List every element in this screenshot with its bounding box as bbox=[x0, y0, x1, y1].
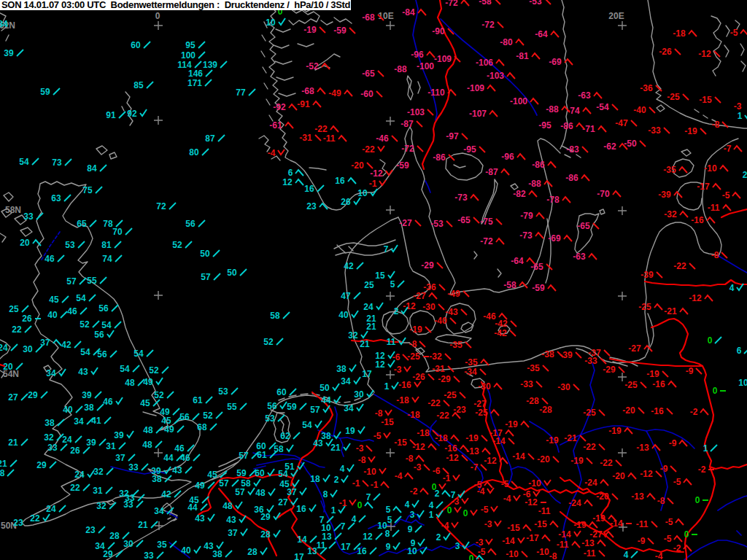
svg-text:32: 32 bbox=[93, 467, 104, 477]
svg-text:-95: -95 bbox=[463, 144, 476, 155]
svg-text:32: 32 bbox=[96, 501, 107, 511]
svg-text:100: 100 bbox=[181, 50, 196, 61]
svg-text:-59: -59 bbox=[396, 160, 409, 171]
svg-text:1: 1 bbox=[429, 510, 434, 520]
svg-text:-88: -88 bbox=[528, 179, 541, 189]
svg-text:37: 37 bbox=[115, 453, 125, 463]
svg-text:-22: -22 bbox=[427, 398, 441, 408]
svg-text:55: 55 bbox=[87, 276, 97, 286]
svg-text:85: 85 bbox=[133, 80, 144, 90]
svg-text:61: 61 bbox=[193, 395, 203, 405]
svg-text:-27: -27 bbox=[628, 343, 641, 354]
svg-text:-4: -4 bbox=[395, 471, 403, 481]
svg-text:24: 24 bbox=[74, 470, 85, 480]
svg-text:44: 44 bbox=[187, 502, 198, 513]
svg-text:41: 41 bbox=[91, 416, 101, 426]
svg-text:48: 48 bbox=[125, 378, 135, 388]
svg-text:-32: -32 bbox=[664, 209, 677, 219]
svg-text:57: 57 bbox=[201, 272, 211, 282]
svg-text:-60: -60 bbox=[360, 89, 374, 99]
svg-text:-53: -53 bbox=[529, 0, 542, 7]
svg-text:2: 2 bbox=[436, 532, 441, 542]
svg-text:7: 7 bbox=[366, 492, 371, 502]
svg-text:-38: -38 bbox=[541, 349, 554, 359]
svg-text:43: 43 bbox=[226, 515, 236, 525]
svg-text:-4: -4 bbox=[268, 148, 276, 158]
svg-text:10: 10 bbox=[407, 546, 417, 556]
svg-text:-24: -24 bbox=[568, 498, 581, 508]
svg-text:60: 60 bbox=[276, 387, 287, 397]
svg-text:-15: -15 bbox=[699, 95, 712, 105]
svg-text:-36: -36 bbox=[640, 83, 653, 93]
svg-text:-75: -75 bbox=[480, 217, 493, 227]
svg-text:56: 56 bbox=[185, 219, 196, 229]
svg-text:-59: -59 bbox=[532, 283, 545, 293]
svg-text:0: 0 bbox=[432, 482, 437, 492]
svg-text:39: 39 bbox=[114, 430, 124, 440]
svg-text:12: 12 bbox=[363, 532, 373, 542]
svg-text:53: 53 bbox=[265, 413, 275, 424]
svg-text:-49: -49 bbox=[447, 289, 460, 299]
svg-text:20: 20 bbox=[20, 238, 30, 248]
svg-text:8: 8 bbox=[0, 468, 5, 478]
svg-text:-24: -24 bbox=[584, 478, 597, 488]
svg-text:24: 24 bbox=[62, 435, 72, 445]
svg-text:-86: -86 bbox=[532, 160, 545, 170]
svg-text:59: 59 bbox=[40, 87, 50, 97]
svg-text:0: 0 bbox=[155, 11, 160, 21]
svg-text:-27: -27 bbox=[413, 291, 426, 301]
svg-text:-72: -72 bbox=[445, 0, 458, 8]
svg-text:16: 16 bbox=[357, 546, 367, 556]
svg-text:-88: -88 bbox=[394, 64, 407, 74]
svg-text:58N: 58N bbox=[5, 205, 21, 215]
svg-text:0: 0 bbox=[447, 505, 452, 516]
svg-text:49: 49 bbox=[164, 424, 174, 435]
svg-text:48: 48 bbox=[222, 501, 233, 511]
svg-text:43: 43 bbox=[172, 465, 182, 475]
svg-text:-12: -12 bbox=[640, 469, 653, 479]
svg-text:46: 46 bbox=[103, 397, 113, 407]
svg-text:9: 9 bbox=[408, 524, 413, 534]
svg-text:-109: -109 bbox=[467, 83, 484, 93]
svg-text:1: 1 bbox=[331, 505, 336, 516]
svg-text:48: 48 bbox=[142, 440, 152, 450]
svg-text:4: 4 bbox=[729, 283, 735, 293]
svg-text:70: 70 bbox=[112, 227, 123, 237]
svg-text:7: 7 bbox=[341, 521, 346, 532]
svg-text:-30: -30 bbox=[422, 302, 436, 312]
svg-text:-26: -26 bbox=[659, 47, 672, 57]
svg-text:-42: -42 bbox=[495, 319, 508, 329]
svg-text:-47: -47 bbox=[615, 118, 628, 128]
svg-text:-34: -34 bbox=[464, 367, 477, 377]
svg-text:56: 56 bbox=[97, 349, 107, 359]
svg-text:-8: -8 bbox=[358, 455, 366, 465]
svg-text:38: 38 bbox=[152, 474, 162, 484]
svg-text:80: 80 bbox=[189, 147, 199, 158]
svg-text:-19: -19 bbox=[608, 426, 622, 436]
svg-text:-25: -25 bbox=[667, 92, 680, 102]
svg-text:-87: -87 bbox=[400, 119, 414, 129]
svg-text:52: 52 bbox=[80, 319, 90, 330]
svg-text:-19: -19 bbox=[303, 25, 317, 35]
svg-text:-87: -87 bbox=[485, 167, 498, 177]
svg-text:-14: -14 bbox=[492, 436, 506, 446]
svg-text:0: 0 bbox=[713, 386, 718, 396]
svg-text:-35: -35 bbox=[527, 363, 540, 373]
svg-text:-86: -86 bbox=[565, 173, 578, 183]
svg-text:-72: -72 bbox=[481, 20, 495, 30]
svg-text:-19: -19 bbox=[684, 126, 697, 136]
svg-text:-22: -22 bbox=[600, 458, 613, 468]
svg-text:6: 6 bbox=[288, 168, 293, 178]
svg-text:-20: -20 bbox=[351, 160, 364, 171]
svg-text:-8: -8 bbox=[375, 408, 383, 419]
svg-text:45: 45 bbox=[140, 398, 150, 408]
svg-text:54: 54 bbox=[302, 420, 312, 430]
svg-text:-11: -11 bbox=[636, 519, 649, 529]
svg-text:-43: -43 bbox=[445, 307, 458, 317]
svg-text:34: 34 bbox=[46, 368, 56, 378]
svg-text:-25: -25 bbox=[475, 408, 488, 418]
svg-text:33: 33 bbox=[123, 499, 133, 510]
svg-text:-100: -100 bbox=[510, 96, 527, 106]
svg-text:57: 57 bbox=[235, 487, 245, 497]
svg-text:-58: -58 bbox=[479, 0, 492, 7]
